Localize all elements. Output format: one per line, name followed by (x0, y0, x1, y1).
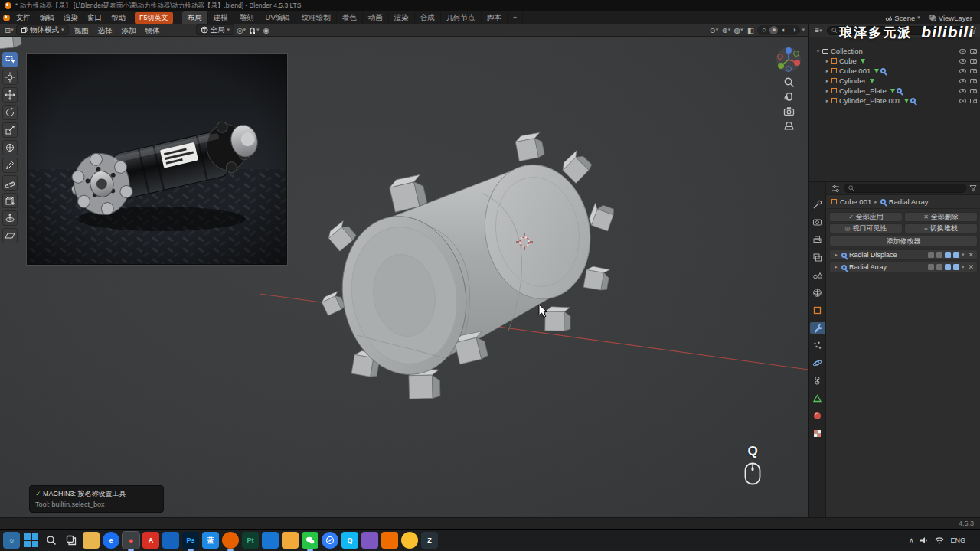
menu-window[interactable]: 窗口 (83, 11, 106, 24)
filter-icon[interactable] (969, 184, 977, 192)
xray-toggle[interactable]: ◧ (745, 24, 756, 35)
start-button[interactable] (23, 532, 40, 549)
shading-rendered[interactable]: ◑ (789, 26, 798, 34)
tab-compositing[interactable]: 合成 (415, 11, 441, 24)
add-modifier-button[interactable]: 添加修改器 (829, 236, 978, 246)
browser-compass[interactable] (322, 532, 338, 549)
menu-view[interactable]: 视图 (70, 24, 93, 37)
pan-hand-icon[interactable] (783, 91, 795, 103)
taskbar-search[interactable] (43, 532, 60, 549)
tab-object-icon[interactable] (810, 305, 825, 316)
camera-view-icon[interactable] (783, 106, 795, 117)
tab-sculpting[interactable]: 雕刻 (234, 11, 260, 24)
menu-help[interactable]: 帮助 (106, 11, 130, 24)
tray-expand-icon[interactable]: ∧ (909, 536, 914, 544)
tool-shear[interactable] (2, 228, 18, 243)
viewport-visibility-button[interactable]: ◎视口可见性 (829, 223, 903, 233)
tab-tool-icon[interactable] (810, 199, 825, 210)
scene-selector[interactable]: Scene▾ (880, 14, 924, 22)
app-pt[interactable]: Pt (242, 532, 259, 549)
toggle-editmode[interactable] (936, 264, 942, 270)
expand-icon[interactable]: ▸ (833, 264, 839, 270)
edge-browser[interactable]: e (103, 532, 119, 549)
toggle-render[interactable] (953, 252, 959, 258)
tab-shading[interactable]: 着色 (337, 11, 363, 24)
modifier-radial-array[interactable]: ▸ Radial Array ▾ ✕ (829, 262, 978, 272)
disable-render-icon[interactable] (970, 69, 977, 73)
expand-icon[interactable]: ▾ (814, 48, 822, 54)
tool-scale[interactable] (2, 122, 18, 138)
menu-object[interactable]: 物体 (142, 24, 164, 37)
menu-render[interactable]: 渲染 (59, 11, 83, 24)
toggle-realtime[interactable] (945, 252, 951, 258)
expand-icon[interactable]: ▸ (823, 68, 831, 74)
toggle-realtime[interactable] (945, 264, 951, 270)
tab-material-icon[interactable] (810, 410, 825, 422)
tab-animation[interactable]: 动画 (363, 11, 389, 24)
app-z[interactable]: Z (421, 532, 438, 549)
app-teal[interactable] (262, 532, 279, 549)
proportional-edit-icon[interactable]: ◉ (261, 24, 272, 35)
expand-icon[interactable]: ▸ (823, 98, 831, 104)
tab-texture-icon[interactable] (810, 428, 825, 439)
tab-scripting[interactable]: 脚本 (482, 11, 508, 24)
app-purple[interactable] (361, 532, 378, 549)
modifier-radial-displace[interactable]: ▸ Radial Displace ▾ ✕ (829, 249, 978, 260)
modifier-extras-icon[interactable]: ▾ (962, 252, 965, 258)
toggle-cage[interactable] (928, 252, 934, 258)
disable-render-icon[interactable] (970, 59, 977, 64)
transform-orientation-dropdown[interactable]: 全局▾ (196, 24, 235, 35)
outliner-editor-icon[interactable]: ≡▾ (813, 25, 824, 36)
toggle-editmode[interactable] (936, 252, 942, 258)
perspective-toggle-icon[interactable] (783, 120, 795, 132)
tool-cursor[interactable] (2, 70, 18, 85)
outliner-row-cylinder[interactable]: ▸ Cylinder (809, 76, 980, 86)
tool-rotate[interactable] (2, 105, 18, 120)
breadcrumb-object[interactable]: Cube.001 (840, 197, 871, 206)
task-view[interactable] (63, 532, 80, 549)
tool-annotate[interactable] (2, 158, 18, 173)
shading-dropdown[interactable]: ▾ (802, 27, 805, 33)
viewlayer-selector[interactable]: ViewLayer (925, 14, 977, 22)
outliner-search[interactable] (827, 26, 966, 35)
tab-scene-icon[interactable] (810, 269, 825, 281)
hide-viewport-icon[interactable] (959, 69, 966, 73)
tab-texture-paint[interactable]: 纹理绘制 (296, 11, 337, 24)
tab-modifiers-icon[interactable] (810, 322, 825, 334)
app-orange[interactable] (381, 532, 398, 549)
app-a[interactable]: A (142, 532, 159, 549)
hide-viewport-icon[interactable] (959, 89, 966, 93)
outliner-row-cube[interactable]: ▸ Cube (809, 56, 980, 66)
delete-modifier-icon[interactable]: ✕ (968, 263, 974, 271)
editor-type-icon[interactable]: ⊞▾ (4, 24, 15, 35)
shading-wireframe[interactable]: ○ (760, 26, 768, 34)
volume-icon[interactable] (920, 536, 929, 544)
tab-world-icon[interactable] (810, 287, 825, 298)
tool-add-cube[interactable] (2, 193, 18, 208)
expand-icon[interactable]: ▸ (823, 88, 831, 94)
disable-render-icon[interactable] (970, 49, 977, 54)
delete-all-button[interactable]: ✕全部删除 (904, 212, 978, 222)
outliner-row-cylinder-plate001[interactable]: ▸ Cylinder_Plate.001 (809, 96, 980, 106)
screen-recorder[interactable]: ● (122, 532, 139, 549)
expand-icon[interactable]: ▸ (823, 78, 831, 84)
menu-add[interactable]: 添加 (118, 24, 140, 37)
tab-particles-icon[interactable] (810, 340, 825, 351)
menu-edit[interactable]: 编辑 (35, 11, 59, 24)
file-explorer[interactable] (83, 532, 100, 549)
tab-rendering[interactable]: 渲染 (389, 11, 415, 24)
tool-measure[interactable] (2, 175, 18, 191)
tab-object-data-icon[interactable] (810, 393, 825, 404)
app-lan[interactable]: 蓝 (202, 532, 219, 549)
disable-render-icon[interactable] (970, 99, 977, 103)
disable-render-icon[interactable] (970, 79, 977, 83)
delete-modifier-icon[interactable]: ✕ (968, 251, 974, 259)
tab-constraints-icon[interactable] (810, 375, 825, 386)
network-icon[interactable] (935, 536, 944, 544)
hide-viewport-icon[interactable] (959, 79, 966, 83)
toggle-cage[interactable] (928, 264, 934, 270)
apply-all-button[interactable]: ✓全部应用 (829, 212, 903, 222)
breadcrumb-modifier[interactable]: Radial Array (889, 197, 929, 206)
tab-layout[interactable]: 布局 (182, 11, 208, 24)
qq[interactable]: Q (341, 532, 358, 549)
